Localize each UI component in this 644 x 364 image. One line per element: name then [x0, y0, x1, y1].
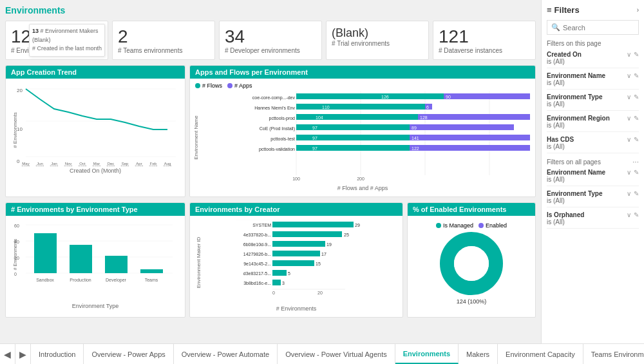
search-box: 🔍 — [547, 20, 639, 35]
filter-env-type-value: is (All) — [547, 101, 639, 108]
kpi-label-trial: # Trial environments — [332, 40, 423, 47]
tab-prev-button[interactable]: ◀ — [0, 344, 15, 364]
svg-text:d3e83217-5...: d3e83217-5... — [243, 271, 271, 276]
filter-all-expand-icon-3[interactable]: ∨ — [627, 211, 631, 218]
filter-all-env-type-value: is (All) — [547, 197, 639, 204]
filter-env-type-label: Environment Type — [547, 93, 603, 101]
legend-dot-enabled — [478, 223, 484, 228]
svg-text:2022: 2022 — [78, 165, 87, 166]
filters-all-pages-title: Filters on all pages — [547, 158, 601, 166]
filter-env-name: Environment Name ∨ ✎ is (All) — [547, 72, 639, 90]
svg-text:2022: 2022 — [106, 165, 115, 166]
filter-edit-icon-2[interactable]: ✎ — [634, 72, 639, 79]
filter-has-cds-controls: ∨ ✎ — [627, 136, 639, 143]
svg-rect-36 — [296, 93, 444, 99]
apps-flows-x-label: # Flows and # Apps — [195, 185, 530, 191]
filter-expand-icon[interactable]: ∨ — [627, 51, 631, 58]
svg-text:2023: 2023 — [21, 165, 30, 166]
filter-created-on: Created On ∨ ✎ is (All) — [547, 51, 639, 68]
filter-all-edit-icon-2[interactable]: ✎ — [634, 190, 639, 197]
svg-text:pcttools-prod: pcttools-prod — [269, 116, 296, 121]
svg-rect-75 — [34, 233, 57, 273]
filters-all-pages-header: Filters on all pages ··· — [547, 157, 639, 166]
legend-label-managed: Is Managed — [443, 222, 473, 229]
filter-has-cds: Has CDS ∨ ✎ is (All) — [547, 136, 639, 153]
tab-overview-power-automate[interactable]: Overview - Power Automate — [174, 344, 278, 364]
filter-edit-icon-4[interactable]: ✎ — [634, 115, 639, 122]
env-by-creator-bars: SYSTEM 29 4e337820-b... 25 6b08e10d-9...… — [203, 220, 397, 305]
svg-text:141: 141 — [412, 136, 419, 140]
donut-svg — [433, 231, 510, 296]
filter-all-edit-icon-3[interactable]: ✎ — [634, 211, 639, 218]
legend-apps: # Apps — [227, 82, 252, 89]
filter-all-expand-icon-2[interactable]: ∨ — [627, 190, 631, 197]
svg-rect-77 — [105, 256, 128, 273]
svg-text:2023: 2023 — [135, 165, 144, 166]
svg-text:3b8bd16c-e...: 3b8bd16c-e... — [243, 281, 271, 285]
svg-rect-64 — [410, 145, 530, 151]
svg-point-109 — [454, 246, 489, 281]
svg-rect-39 — [444, 93, 530, 99]
svg-text:25: 25 — [344, 233, 349, 237]
legend-flows: # Flows — [195, 82, 222, 89]
svg-text:122: 122 — [412, 146, 419, 151]
svg-rect-94 — [272, 251, 320, 256]
svg-text:100: 100 — [292, 177, 300, 181]
charts-row-1: App Creation Trend 20 10 0 # Environment… — [5, 65, 536, 197]
tab-overview-power-apps[interactable]: Overview - Power Apps — [84, 344, 173, 364]
legend-dot-apps — [227, 83, 232, 88]
legend-is-managed: Is Managed — [436, 222, 473, 229]
env-by-type-card: # Environments by Environment Type 60 40… — [5, 202, 185, 318]
search-input[interactable] — [563, 24, 634, 32]
filters-all-pages-menu[interactable]: ··· — [632, 157, 639, 166]
tab-environments[interactable]: Environments — [395, 344, 459, 364]
svg-text:97: 97 — [312, 136, 317, 140]
filter-all-expand-icon-1[interactable]: ∨ — [627, 169, 631, 176]
svg-text:2023: 2023 — [50, 165, 59, 166]
tab-overview-power-virtual-agents[interactable]: Overview - Power Virtual Agents — [278, 344, 395, 364]
svg-text:29: 29 — [355, 223, 360, 227]
svg-rect-78 — [140, 269, 163, 273]
svg-rect-76 — [70, 245, 92, 273]
kpi-card-trial: (Blank) # Trial environments — [326, 21, 429, 60]
svg-text:19: 19 — [327, 242, 332, 247]
filter-edit-icon-5[interactable]: ✎ — [634, 136, 639, 143]
filter-all-env-name-header: Environment Name ∨ ✎ — [547, 169, 639, 176]
svg-text:128: 128 — [420, 115, 428, 120]
filters-collapse-icon[interactable]: › — [637, 6, 639, 14]
apps-flows-y-axis: Environment Name — [195, 91, 204, 184]
filter-expand-icon-2[interactable]: ∨ — [627, 72, 631, 79]
tab-makers[interactable]: Makers — [459, 344, 498, 364]
svg-text:Developer: Developer — [106, 278, 127, 283]
kpi-card-teams: 2 # Teams environments — [112, 21, 215, 60]
filter-edit-icon[interactable]: ✎ — [634, 51, 639, 58]
svg-text:110: 110 — [322, 105, 330, 110]
filter-all-edit-icon-1[interactable]: ✎ — [634, 169, 639, 176]
svg-text:90: 90 — [446, 95, 451, 99]
filter-all-env-type-label: Environment Type — [547, 190, 603, 197]
filter-icon: ≡ — [547, 5, 552, 15]
tab-teams-environments[interactable]: Teams Environments — [583, 344, 644, 364]
svg-text:2022: 2022 — [64, 165, 73, 166]
tab-introduction[interactable]: Introduction — [31, 344, 84, 364]
kpi-label-dataverse: # Dataverse instances — [439, 47, 530, 54]
filter-all-env-name-label: Environment Name — [547, 169, 605, 176]
filter-edit-icon-3[interactable]: ✎ — [634, 93, 639, 101]
svg-rect-88 — [272, 231, 342, 237]
env-by-creator-card: Environments by Creator Environment Make… — [189, 202, 403, 318]
filters-header: ≡ Filters › — [547, 5, 639, 15]
legend-label-apps: # Apps — [234, 82, 252, 89]
tab-environment-capacity[interactable]: Environment Capacity — [498, 344, 583, 364]
svg-rect-100 — [272, 270, 287, 276]
filter-expand-icon-4[interactable]: ∨ — [627, 115, 631, 122]
svg-text:126: 126 — [381, 95, 389, 99]
svg-rect-85 — [272, 222, 354, 227]
search-icon: 🔍 — [551, 23, 560, 32]
filter-expand-icon-5[interactable]: ∨ — [627, 136, 631, 143]
svg-text:89: 89 — [412, 126, 417, 130]
filter-expand-icon-3[interactable]: ∨ — [627, 93, 631, 101]
tab-next-button[interactable]: ▶ — [15, 344, 31, 364]
filter-env-region: Environment Region ∨ ✎ is (All) — [547, 115, 639, 132]
app-creation-trend-title: App Creation Trend — [6, 66, 185, 79]
legend-enabled: Enabled — [478, 222, 507, 229]
